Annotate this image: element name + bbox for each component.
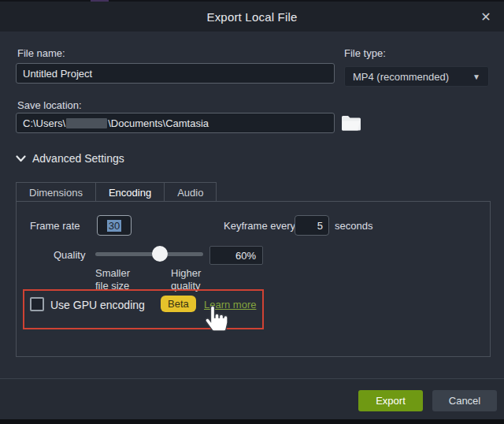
keyframe-unit-label: seconds (335, 220, 372, 232)
keyframe-label: Keyframe every (224, 220, 295, 232)
dialog-titlebar: Export Local File ✕ (0, 2, 504, 32)
redacted-username (66, 118, 107, 128)
footer-bar: Export Cancel (0, 379, 504, 419)
quality-value: 60% (235, 250, 256, 262)
export-dialog: Export Local File ✕ File name: Untitled … (0, 0, 504, 424)
encoding-panel: Frame rate 30 Keyframe every 5 seconds Q… (16, 201, 491, 357)
file-name-label: File name: (17, 47, 65, 59)
gpu-encoding-label: Use GPU encoding (50, 299, 145, 311)
save-location-prefix: C:\Users\ (23, 117, 65, 129)
cancel-button[interactable]: Cancel (432, 390, 497, 411)
frame-rate-value: 30 (107, 220, 121, 232)
file-type-label: File type: (344, 47, 386, 59)
save-location-label: Save location: (17, 99, 82, 111)
save-location-suffix: \Documents\Camtasia (108, 117, 209, 129)
tab-encoding[interactable]: Encoding (95, 182, 165, 202)
chevron-expanded-icon (16, 155, 26, 162)
quality-label: Quality (54, 249, 85, 261)
beta-badge: Beta (161, 296, 196, 312)
dialog-title: Export Local File (206, 10, 297, 24)
keyframe-input[interactable]: 5 (295, 215, 329, 236)
settings-tab-bar: Dimensions Encoding Audio (16, 182, 216, 202)
close-icon[interactable]: ✕ (478, 9, 494, 25)
tab-dimensions[interactable]: Dimensions (16, 182, 96, 202)
file-name-input[interactable]: Untitled Project (16, 63, 335, 84)
export-button[interactable]: Export (358, 390, 423, 411)
advanced-settings-label: Advanced Settings (32, 152, 124, 165)
bottom-edge-strip (0, 419, 504, 424)
tab-audio[interactable]: Audio (164, 182, 217, 202)
file-type-dropdown[interactable]: MP4 (recommended) ▼ (344, 66, 489, 87)
quality-slider-thumb[interactable] (152, 246, 168, 262)
file-type-selected-value: MP4 (recommended) (353, 71, 449, 83)
quality-value-box[interactable]: 60% (209, 246, 263, 265)
browse-folder-button[interactable] (339, 112, 363, 134)
advanced-settings-toggle[interactable]: Advanced Settings (16, 152, 124, 165)
gpu-encoding-checkbox[interactable] (30, 297, 44, 311)
learn-more-link[interactable]: Learn more (204, 299, 256, 311)
folder-icon (341, 114, 361, 132)
slider-max-caption: Higher quality (171, 267, 201, 292)
file-name-value: Untitled Project (23, 68, 92, 80)
save-location-input[interactable]: C:\Users\\Documents\Camtasia (16, 113, 335, 133)
frame-rate-input[interactable]: 30 (97, 215, 132, 236)
slider-min-caption: Smaller file size (95, 267, 130, 292)
chevron-down-icon: ▼ (472, 73, 480, 81)
quality-slider[interactable] (95, 252, 203, 256)
frame-rate-label: Frame rate (30, 220, 80, 232)
keyframe-value: 5 (317, 220, 323, 232)
